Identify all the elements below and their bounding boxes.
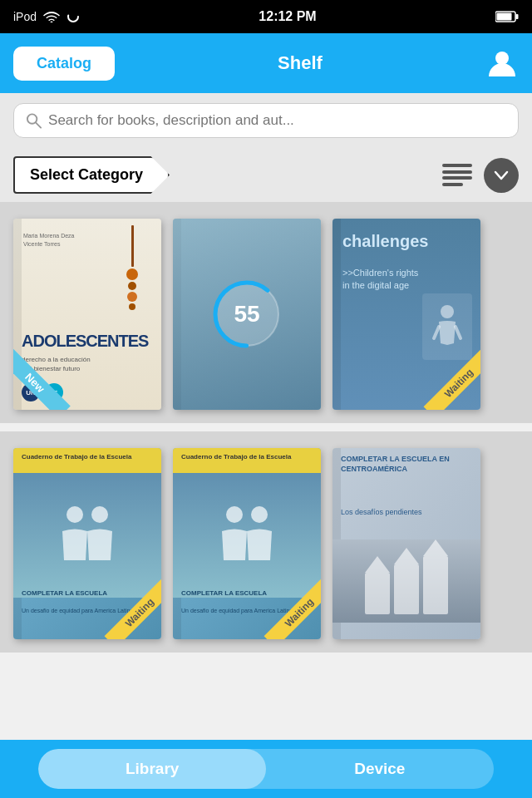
- category-selector-button[interactable]: Select Category: [13, 156, 170, 194]
- book-progress[interactable]: 55: [173, 219, 321, 410]
- book5-top-stripe: [173, 448, 321, 473]
- challenges-title: challenges: [342, 232, 428, 250]
- book5-top-label: Cuaderno de Trabajo de la Escuela: [181, 453, 298, 461]
- battery-icon: [495, 11, 519, 22]
- status-bar: iPod 12:12 PM: [0, 0, 532, 33]
- shelf-row-2: Cuaderno de Trabajo de la Escuela COMPLE…: [0, 431, 532, 653]
- wifi-icon: [43, 11, 60, 22]
- svg-line-7: [36, 123, 41, 128]
- status-left: iPod: [13, 10, 80, 23]
- svg-point-10: [441, 305, 454, 318]
- centroamerica-image: [332, 539, 480, 623]
- library-tab-button[interactable]: Library: [38, 749, 266, 789]
- loading-icon: [66, 10, 80, 23]
- svg-marker-20: [365, 556, 390, 573]
- search-container: [0, 93, 532, 148]
- time-display: 12:12 PM: [259, 9, 316, 24]
- book-centroamerica[interactable]: COMPLETAR LA ESCUELA EN CENTROAMÉRICA Lo…: [332, 448, 480, 639]
- new-badge: New: [13, 335, 88, 410]
- chevron-down-icon: [492, 166, 510, 185]
- svg-point-1: [68, 12, 78, 22]
- svg-point-14: [91, 506, 108, 523]
- books-row-1: Maria Morena Deza Vicente Torres ADOLESC…: [13, 219, 519, 410]
- svg-point-15: [226, 506, 243, 523]
- svg-point-16: [251, 506, 268, 523]
- svg-marker-21: [394, 548, 419, 564]
- svg-point-6: [27, 114, 37, 123]
- search-wrapper: [13, 103, 519, 138]
- waiting-badge-1: Waiting: [86, 564, 161, 639]
- centroamerica-title: COMPLETAR LA ESCUELA EN CENTROAMÉRICA: [341, 455, 457, 474]
- progress-number: 55: [234, 301, 259, 328]
- tab-bar: Library Device: [0, 740, 532, 798]
- filter-bar: Select Category: [0, 148, 532, 202]
- search-input[interactable]: [48, 112, 506, 129]
- svg-rect-17: [365, 573, 390, 614]
- header-title: Shelf: [278, 52, 323, 74]
- svg-rect-4: [497, 13, 512, 21]
- list-line-3: [442, 176, 472, 180]
- waiting-badge-challenges: Waiting: [406, 335, 480, 410]
- svg-point-13: [66, 506, 83, 523]
- waiting-badge-2: Waiting: [246, 564, 321, 639]
- status-right: [495, 11, 519, 22]
- user-profile-button[interactable]: [485, 47, 519, 80]
- book-adolescentes[interactable]: Maria Morena Deza Vicente Torres ADOLESC…: [13, 219, 161, 410]
- books-row-2: Cuaderno de Trabajo de la Escuela COMPLE…: [13, 448, 519, 639]
- svg-point-5: [495, 52, 509, 65]
- book-completar-1[interactable]: Cuaderno de Trabajo de la Escuela COMPLE…: [13, 448, 161, 639]
- book-completar-2[interactable]: Cuaderno de Trabajo de la Escuela COMPLE…: [173, 448, 321, 639]
- book-spine-3: [332, 219, 341, 410]
- tab-group: Library Device: [38, 749, 493, 789]
- list-view-button[interactable]: [442, 163, 472, 188]
- view-controls: [442, 158, 519, 193]
- list-line-4: [442, 183, 463, 186]
- centroamerica-subtitle: Los desafíos pendientes: [341, 508, 457, 518]
- device-tab-button[interactable]: Device: [266, 749, 494, 789]
- svg-rect-18: [394, 564, 419, 614]
- person-icon: [487, 48, 517, 78]
- svg-rect-3: [516, 14, 519, 19]
- svg-rect-19: [423, 556, 448, 614]
- book4-top-label: Cuaderno de Trabajo de la Escuela: [22, 453, 138, 461]
- search-icon: [26, 112, 42, 129]
- centroamerica-illustration: [357, 539, 456, 623]
- app-header: Catalog Shelf: [0, 33, 532, 93]
- book-top-stripe: [13, 448, 161, 473]
- shelf-row-1: Maria Morena Deza Vicente Torres ADOLESC…: [0, 202, 532, 423]
- svg-marker-22: [423, 539, 448, 556]
- catalog-button[interactable]: Catalog: [13, 47, 115, 81]
- device-label: iPod: [13, 10, 37, 23]
- progress-circle: 55: [209, 277, 284, 352]
- dropdown-button[interactable]: [484, 158, 519, 193]
- book-challenges[interactable]: challenges >>Children's rightsin the dig…: [332, 219, 480, 410]
- challenges-subtitle: >>Children's rightsin the digital age: [342, 267, 459, 293]
- svg-point-0: [51, 22, 53, 23]
- list-line-2: [442, 170, 472, 174]
- list-line-1: [442, 164, 472, 167]
